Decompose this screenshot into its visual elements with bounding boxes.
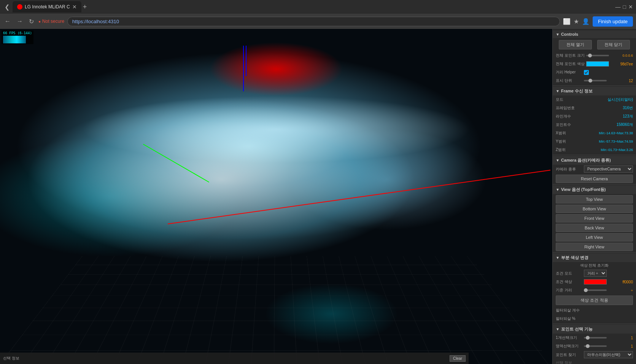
selection-info-row: 선택 정보: [553, 359, 636, 364]
select-size-slider[interactable]: [584, 337, 607, 339]
main-content: 66 FPS (6-144) 선택 정보 Clear ▼ Controls 전체…: [0, 29, 636, 364]
bookmark-icon[interactable]: ★: [574, 18, 579, 25]
z-axis-line: [246, 46, 246, 76]
point-color-value: 98d7ee: [611, 62, 633, 66]
area-select-slider[interactable]: [584, 345, 607, 347]
controls-section-header[interactable]: ▼ Controls: [553, 30, 636, 38]
divider-4: [553, 252, 636, 253]
forward-button[interactable]: →: [15, 16, 24, 26]
point-count-row: 포인트수 158060개: [553, 121, 636, 129]
point-size-value: 0.0.0.6: [611, 54, 633, 57]
condition-mode-select[interactable]: 거리 ÷: [584, 270, 607, 277]
area-select-row: 영역선택크기 1: [553, 342, 636, 350]
controls-chevron: ▼: [556, 32, 560, 37]
point-color-swatch[interactable]: [586, 61, 609, 67]
base-distance-row: 기준 거리 ÷: [553, 286, 636, 294]
color-change-header[interactable]: ▼ 부분 색상 변경: [553, 253, 636, 262]
controls-title: Controls: [561, 32, 578, 37]
point-select-header[interactable]: ▼ 포인트 선택 기능: [553, 325, 636, 334]
open-all-row: 전체 열기 전체 닫기: [553, 38, 636, 51]
minimize-icon[interactable]: —: [615, 4, 621, 10]
display-unit-value: 12: [609, 79, 633, 83]
point-select-chevron: ▼: [556, 327, 560, 331]
cast-icon[interactable]: ⬜: [563, 18, 571, 25]
apply-condition-button[interactable]: 색상 조건 적용: [556, 296, 633, 305]
condition-mode-label: 조건 모드: [556, 271, 582, 276]
frame-info-section-header[interactable]: ▼ Frame 수신 정보: [553, 87, 636, 95]
lane-count-label: 라인개수: [556, 114, 582, 119]
new-tab-button[interactable]: +: [83, 3, 87, 11]
bottom-view-button[interactable]: Bottom View: [556, 205, 633, 213]
mode-value: 실시간(리얼타): [584, 97, 633, 102]
top-view-button[interactable]: Top View: [556, 195, 633, 203]
camera-type-select[interactable]: PerspectiveCamera: [584, 165, 633, 173]
tab-scroll-left[interactable]: ❮: [3, 3, 11, 11]
divider-2: [553, 155, 636, 155]
select-size-row: 1개선택크기 1: [553, 334, 636, 342]
fps-label: 66 FPS (6-144): [3, 31, 32, 35]
camera-type-row: 카메라 종류 PerspectiveCamera: [553, 165, 636, 173]
active-tab[interactable]: LG Innotek MLiDAR C ✕: [13, 1, 81, 13]
fps-graph: [3, 36, 26, 43]
camera-options-header[interactable]: ▼ Camera 옵션(카메라 종류): [553, 156, 636, 165]
condition-color-row: 조건 색상 ff0000: [553, 278, 636, 286]
point-size-slider[interactable]: [586, 55, 609, 56]
back-button[interactable]: ←: [3, 16, 12, 26]
left-view-button[interactable]: Left View: [556, 233, 633, 242]
back-view-button[interactable]: Back View: [556, 224, 633, 232]
camera-chevron: ▼: [556, 158, 560, 162]
selection-info-text: 선택 정보: [556, 360, 572, 364]
base-distance-value: ÷: [609, 288, 633, 292]
reload-button[interactable]: ↻: [27, 16, 35, 27]
y-range-value: Min:-57.73~Max:74.59: [584, 140, 633, 143]
color-all-label: 색상 전체 초기화: [553, 262, 636, 269]
lidar-viewport[interactable]: 66 FPS (6-144) 선택 정보 Clear: [0, 29, 552, 364]
display-unit-label: 표시 단위: [556, 78, 582, 83]
point-size-row: 전체 포인트 크기 0.0.0.6: [553, 51, 636, 60]
color-change-title: 부분 색상 변경: [561, 255, 588, 261]
lane-count-value: 123개: [584, 114, 633, 119]
point-count-value: 158060개: [584, 122, 633, 127]
condition-color-swatch[interactable]: [584, 279, 607, 285]
right-view-button[interactable]: Right View: [556, 243, 633, 251]
front-view-button[interactable]: Front View: [556, 214, 633, 223]
clear-button[interactable]: Clear: [450, 355, 466, 362]
close-all-button[interactable]: 전체 닫기: [597, 40, 630, 49]
z-range-value: Min:-01.73~Max:3.26: [584, 148, 633, 152]
frame-info-title: Frame 수신 정보: [561, 88, 593, 94]
open-all-button[interactable]: 전체 열기: [559, 40, 592, 49]
restore-icon[interactable]: □: [623, 4, 626, 10]
fps-counter: 66 FPS (6-144): [2, 30, 33, 44]
view-options-header[interactable]: ▼ View 옵션 (Top/Font등): [553, 185, 636, 194]
x-range-row: X범위 Min:-14.63~Max:73.38: [553, 129, 636, 137]
divider-5: [553, 324, 636, 324]
tab-title: LG Innotek MLiDAR C: [25, 4, 70, 10]
area-select-slider-container: [584, 345, 608, 347]
bottom-bar: 선택 정보 Clear: [0, 353, 469, 364]
point-size-label: 전체 포인트 크기: [556, 53, 585, 58]
frame-no-label: 프레임번호: [556, 105, 582, 111]
filter-count-label: 필터되살 개수: [556, 308, 582, 313]
reset-camera-button[interactable]: Reset Camera: [556, 175, 633, 183]
address-bar[interactable]: https://localhost:4310: [67, 17, 560, 26]
base-distance-slider[interactable]: [584, 289, 607, 291]
area-select-label: 영역선택크기: [556, 343, 582, 349]
camera-type-label: 카메라 종류: [556, 167, 582, 172]
divider-3: [553, 184, 636, 184]
finish-update-button[interactable]: Finish update: [593, 16, 633, 27]
point-find-row: 포인트 찾기 마우스이동(미선택): [553, 350, 636, 359]
not-secure-text: Not secure: [42, 19, 64, 24]
frame-info-chevron: ▼: [556, 89, 560, 93]
view-chevron: ▼: [556, 188, 560, 192]
nav-icons: ⬜ ★ 👤: [563, 18, 590, 25]
filter-percent-label: 필터되살 %: [556, 316, 582, 321]
point-find-select[interactable]: 마우스이동(미선택): [584, 351, 633, 358]
mode-label: 모드: [556, 97, 582, 102]
display-unit-slider[interactable]: [584, 80, 607, 81]
select-size-value: 1: [609, 336, 633, 340]
distance-helper-checkbox[interactable]: [584, 70, 589, 75]
tab-close[interactable]: ✕: [72, 4, 77, 10]
profile-icon[interactable]: 👤: [582, 18, 590, 25]
select-size-slider-container: [584, 337, 608, 339]
close-icon[interactable]: ✕: [628, 4, 633, 10]
